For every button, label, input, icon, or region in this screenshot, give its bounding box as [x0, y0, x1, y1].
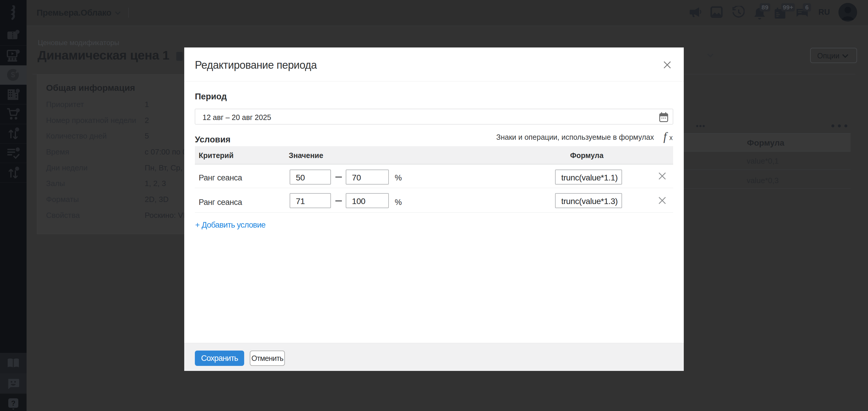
svg-text:$: $	[11, 70, 16, 79]
svg-text:?: ?	[11, 399, 16, 407]
